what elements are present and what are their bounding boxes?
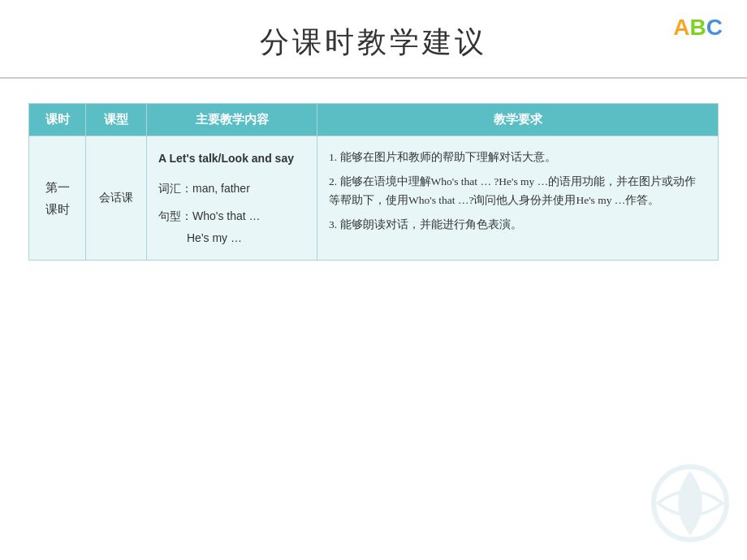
table-row: 第一 课时 会话课 A Let's talk/Look and say 词汇：m… [29, 136, 719, 261]
abc-logo: ABC [673, 15, 723, 41]
content-title: A Let's talk/Look and say [158, 148, 305, 170]
table-header-row: 课时 课型 主要教学内容 教学要求 [29, 104, 719, 136]
header-main-content: 主要教学内容 [147, 104, 317, 136]
page-container: ABC 分课时教学建议 课时 课型 主要教学内容 教学要求 [0, 0, 747, 560]
content-vocab: 词汇：man, father [158, 178, 305, 200]
divider [0, 77, 747, 79]
pattern-label: 句型： [158, 209, 192, 222]
vocab-value: man, father [192, 182, 250, 195]
pattern-line2: He's my … [187, 231, 242, 244]
watermark [650, 463, 731, 544]
page-title: 分课时教学建议 [0, 0, 747, 77]
abc-a: A [673, 15, 689, 40]
vocab-label: 词汇： [158, 182, 192, 195]
table-container: 课时 课型 主要教学内容 教学要求 第一 课时 会话课 A Let's [28, 103, 719, 261]
pattern-line1: Who's that … [192, 209, 261, 222]
main-table: 课时 课型 主要教学内容 教学要求 第一 课时 会话课 A Let's [28, 103, 719, 261]
req-item-3: 3. 能够朗读对话，并能进行角色表演。 [329, 215, 706, 235]
cell-lesson-type: 会话课 [86, 136, 147, 261]
header-teaching-req: 教学要求 [317, 104, 719, 136]
req-item-1: 1. 能够在图片和教师的帮助下理解对话大意。 [329, 148, 706, 167]
content-pattern: 句型：Who's that … He's my … [158, 205, 305, 248]
abc-c: C [706, 15, 723, 40]
abc-b: B [690, 15, 706, 40]
cell-main-content: A Let's talk/Look and say 词汇：man, father… [147, 136, 317, 261]
cell-lesson-num: 第一 课时 [29, 136, 86, 261]
cell-teaching-req: 1. 能够在图片和教师的帮助下理解对话大意。 2. 能够在语境中理解Who's … [317, 136, 719, 261]
req-item-2: 2. 能够在语境中理解Who's that … ?He's my …的语用功能，… [329, 172, 706, 210]
header-lesson-num: 课时 [29, 104, 86, 136]
header-lesson-type: 课型 [86, 104, 147, 136]
